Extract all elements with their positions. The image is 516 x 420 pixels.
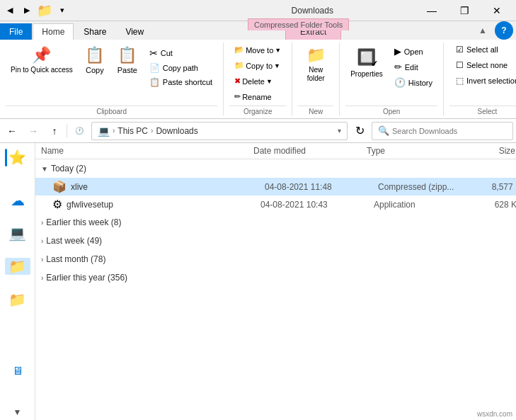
scissors-icon: ✂: [149, 47, 158, 59]
xlive-name: xlive: [71, 182, 265, 192]
move-icon: 📂: [234, 45, 244, 55]
main-area: ⭐ ☁ 💻 📁 📁 🖥 ▼ Name Date modified: [0, 143, 516, 420]
pin-icon: 📌: [32, 46, 51, 64]
tab-file[interactable]: File: [0, 23, 32, 40]
nav-bar: ← → ↑ 🕐 💻 › This PC › Downloads ▾ ↻ 🔍: [0, 119, 516, 143]
maximize-btn[interactable]: ❐: [448, 0, 481, 21]
move-to-btn[interactable]: 📂 Move to ▼: [229, 42, 286, 57]
tab-view[interactable]: View: [116, 23, 153, 40]
cut-btn[interactable]: ✂ Cut: [144, 45, 217, 61]
paste-shortcut-icon: 📋: [149, 77, 160, 87]
group-chevron-earlier-year: ›: [41, 274, 43, 282]
close-btn[interactable]: ✕: [481, 0, 513, 21]
select-all-btn[interactable]: ☑ Select all: [449, 42, 516, 57]
star-icon: ⭐: [8, 149, 26, 166]
new-content: 📁 Newfolder: [298, 42, 333, 104]
cloud-icon: ☁: [11, 192, 25, 209]
up-btn[interactable]: ↑: [45, 122, 64, 140]
group-earlier-year[interactable]: › Earlier this year (356): [35, 268, 516, 287]
invert-selection-btn[interactable]: ⬚ Invert selection: [449, 74, 516, 88]
paste-shortcut-btn[interactable]: 📋 Paste shortcut: [144, 75, 217, 89]
nav-divider: [67, 124, 67, 138]
new-group: 📁 Newfolder New: [292, 42, 340, 115]
invert-icon: ⬚: [456, 76, 464, 86]
open-group: 🔲 ✔ Properties ▶ Open ✏ Edit 🕐 History: [340, 42, 444, 115]
group-last-week[interactable]: › Last week (49): [35, 232, 516, 250]
forward-qat[interactable]: ▶: [20, 4, 34, 18]
sidebar-active-indicator: [5, 149, 7, 166]
sidebar-item-downloads[interactable]: 📁: [5, 258, 30, 276]
group-label-today: Today (2): [51, 164, 86, 174]
minimize-btn[interactable]: —: [415, 0, 448, 21]
search-box[interactable]: 🔍: [372, 122, 513, 140]
sidebar-item-thispc[interactable]: 💻: [5, 225, 30, 242]
delete-btn[interactable]: ✖ Delete ▼: [229, 74, 286, 89]
move-dropdown-icon: ▼: [275, 47, 281, 54]
col-name[interactable]: Name: [41, 146, 253, 156]
search-icon: 🔍: [378, 125, 389, 136]
sidebar-item-quickaccess[interactable]: ⭐: [5, 149, 30, 166]
sidebar-item-onedrive[interactable]: ☁: [5, 191, 30, 209]
copy-icon: 📋: [85, 46, 104, 64]
xlive-date: 04-08-2021 11:48: [265, 182, 378, 192]
address-bar[interactable]: 💻 › This PC › Downloads ▾: [91, 122, 348, 140]
copy-to-btn[interactable]: 📁 Copy to ▼: [229, 58, 286, 73]
address-chevron2: ›: [151, 127, 153, 135]
col-date[interactable]: Date modified: [253, 146, 367, 156]
organize-col: 📂 Move to ▼ 📁 Copy to ▼ ✖ Delete ▼ ✏ Ren…: [229, 42, 286, 104]
rename-btn[interactable]: ✏ Rename: [229, 89, 286, 104]
history-btn[interactable]: 🕐 History: [389, 75, 437, 90]
gfwlivesetup-type: Application: [374, 200, 466, 210]
back-btn[interactable]: ←: [3, 122, 21, 140]
group-chevron-last-week: ›: [41, 237, 43, 245]
copy-path-btn[interactable]: 📄 Copy path: [144, 61, 217, 75]
sidebar-item-folder2[interactable]: 📁: [5, 290, 30, 308]
select-btns: ☑ Select all ☐ Select none ⬚ Invert sele…: [449, 42, 516, 88]
sidebar-scroll-down[interactable]: ▼: [8, 405, 27, 419]
refresh-btn[interactable]: ↻: [350, 122, 369, 140]
address-downloads: Downloads: [156, 126, 197, 136]
pin-quick-access-btn[interactable]: 📌 Pin to Quick access: [6, 42, 78, 78]
recent-locations-btn[interactable]: 🕐: [70, 122, 88, 140]
tab-home[interactable]: Home: [33, 23, 74, 40]
select-none-btn[interactable]: ☐ Select none: [449, 58, 516, 72]
ribbon-collapse-btn[interactable]: ▲: [474, 21, 492, 40]
open-icon: ▶: [394, 46, 401, 57]
xlive-icon: 📦: [52, 180, 67, 193]
address-dropdown-btn[interactable]: ▾: [338, 127, 341, 135]
sidebar-item-desktop[interactable]: 🖥: [5, 363, 30, 380]
paste-icon: 📋: [117, 46, 137, 64]
context-tab-label: Compressed Folder Tools: [248, 18, 349, 30]
forward-btn[interactable]: →: [24, 122, 42, 140]
back-qat[interactable]: ◀: [3, 4, 17, 18]
address-chevron1: ›: [113, 127, 115, 135]
open-btn[interactable]: ▶ Open: [389, 44, 437, 59]
help-btn[interactable]: ?: [495, 21, 513, 40]
properties-icon-container: 🔲 ✔: [355, 46, 378, 69]
col-size[interactable]: Size: [459, 146, 515, 156]
group-today[interactable]: ▼ Today (2): [35, 159, 516, 178]
copy-btn[interactable]: 📋 Copy: [79, 42, 110, 78]
sidebar: ⭐ ☁ 💻 📁 📁 🖥 ▼: [0, 143, 35, 420]
gfwlivesetup-size: 628 KB: [466, 200, 516, 210]
file-row-xlive[interactable]: 📦 xlive 04-08-2021 11:48 Compressed (zip…: [35, 178, 516, 195]
col-type[interactable]: Type: [367, 146, 459, 156]
open-label: Open: [345, 106, 437, 115]
select-all-icon: ☑: [456, 45, 464, 55]
properties-btn[interactable]: 🔲 ✔ Properties: [345, 42, 388, 81]
group-earlier-week[interactable]: › Earlier this week (8): [35, 213, 516, 232]
ribbon-tabs: File Home Share View Extract ▲ ? Compres…: [0, 21, 516, 40]
organize-label: Organize: [229, 106, 286, 115]
dropdown-qat[interactable]: ▾: [55, 4, 69, 18]
monitor-icon: 🖥: [12, 365, 23, 378]
group-last-month[interactable]: › Last month (78): [35, 250, 516, 268]
tab-share[interactable]: Share: [74, 23, 115, 40]
paste-btn[interactable]: 📋 Paste: [112, 42, 143, 78]
group-chevron-earlier-week: ›: [41, 219, 43, 227]
edit-btn[interactable]: ✏ Edit: [389, 59, 437, 74]
file-row-gfwlivesetup[interactable]: ⚙ gfwlivesetup 04-08-2021 10:43 Applicat…: [35, 195, 516, 213]
new-folder-btn[interactable]: 📁 Newfolder: [298, 42, 333, 86]
xlive-size: 8,577 KB: [470, 182, 516, 192]
group-label-last-month: Last month (78): [46, 254, 105, 264]
search-input[interactable]: [392, 127, 507, 135]
